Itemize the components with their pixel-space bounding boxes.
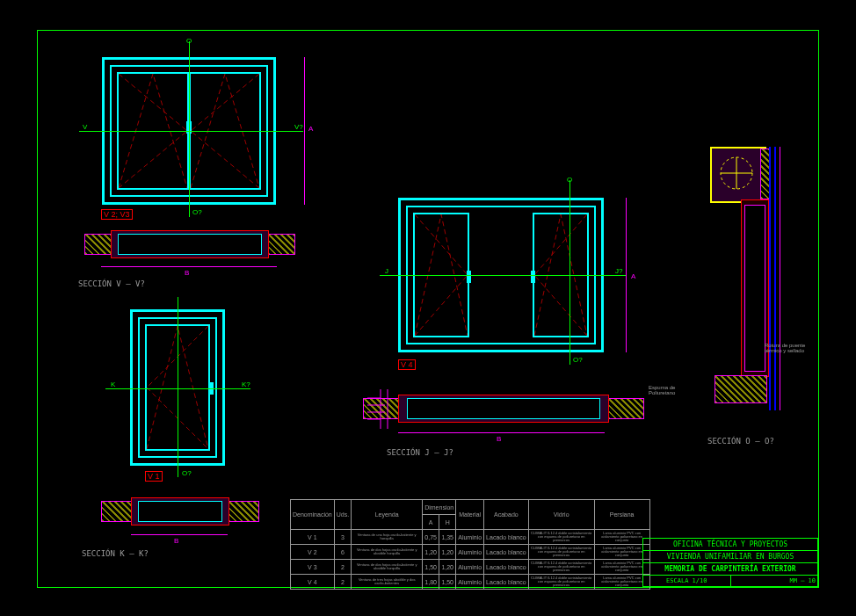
note-espuma: Espuma de Poliuretano [649,385,675,395]
note-rotura: Rotura de puente térmico y sellado [765,343,805,353]
th-mat: Material [456,500,484,530]
axis-o-top2: O [567,176,572,184]
axis-o-bot: O? [192,208,202,216]
axis-o-bot3: O? [573,356,583,364]
th-pers: Persiana [594,500,649,530]
table-row: V 32Ventana de dos hojas oscilo-batiente… [291,560,650,575]
dim-b-3: B [497,435,501,443]
th-vidrio: Vidrio [528,500,594,530]
axis-v-right: V? [294,123,303,131]
axis-j-right: J? [615,267,622,275]
axis-k-left: K [111,380,115,388]
th-a: A [423,515,439,530]
axis-v-left: V [83,123,87,131]
tb-project: VIVIENDA UNIFAMILIAR EN BURGOS [643,550,817,562]
th-acab: Acabado [484,500,529,530]
section-jj [363,391,644,424]
axis-o-bot2: O? [182,469,192,477]
dim-b-1: B [185,269,189,277]
table-row: V 42Ventana de tres hojas abatible y dos… [291,575,650,590]
label-section-vv: SECCIÓN V — V? [78,279,145,288]
section-oo [706,147,789,419]
hatch-detail-left [363,380,398,433]
tb-sheet-title: MEMORIA DE CARPINTERÍA EXTERIOR [643,562,817,575]
tb-office: OFICINA TÉCNICA Y PROYECTOS [643,539,817,550]
th-h: H [439,515,456,530]
th-denom: Denominación [291,500,335,530]
axis-o-top: O [186,37,192,45]
th-uds: Uds. [334,500,351,530]
tb-scale: ESCALA 1/10 [643,576,731,586]
dim-b-2: B [174,537,178,545]
dim-a-1: A [308,125,313,133]
label-section-jj: SECCIÓN J — J? [387,448,453,457]
table-row: V 13Ventana de una hoja oscilo-batiente … [291,530,650,545]
th-dim: Dimension [423,500,456,515]
section-kk [101,494,259,527]
window-schedule-table: Denominación Uds. Leyenda Dimension Mate… [290,499,650,590]
tag-v23: V 2; V3 [101,209,133,220]
title-block: OFICINA TÉCNICA Y PROYECTOS VIVIENDA UNI… [642,538,818,587]
dim-a-2: A [631,272,635,280]
table-row: V 26Ventana de dos hojas oscilo-batiente… [291,545,650,560]
label-section-oo: SECCIÓN O — O? [707,437,774,446]
section-vv [84,227,295,260]
th-ley: Leyenda [352,500,423,530]
axis-k-right: K? [242,380,250,388]
tag-v4: V 4 [398,359,416,370]
tag-v1: V 1 [145,471,163,482]
axis-j-left: J [385,267,388,275]
label-section-kk: SECCIÓN K — K? [82,549,149,558]
tb-code: MM – 10 [731,576,818,586]
